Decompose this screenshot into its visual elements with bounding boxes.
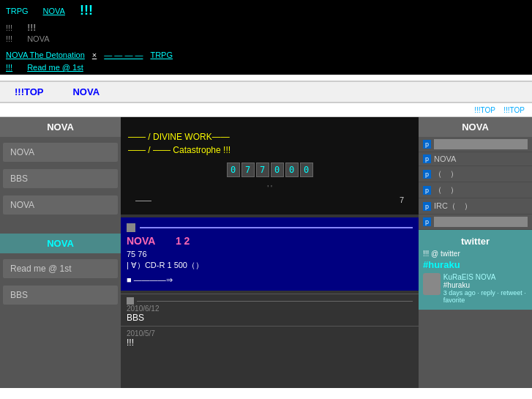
twitter-avatar bbox=[423, 273, 441, 295]
main-nav-bar: !!!TOP NOVA bbox=[0, 81, 532, 103]
banner-bottom-num: 7 bbox=[400, 195, 404, 204]
digit-5: 0 bbox=[300, 163, 313, 177]
post-item-0: 2010/6/12 BBS bbox=[121, 294, 419, 326]
small-nav: !!!TOP !!!TOP bbox=[0, 103, 532, 117]
right-tag-3: p bbox=[423, 186, 431, 195]
right-label-2: （ ） bbox=[434, 168, 458, 179]
right-item-1: p NOVA bbox=[419, 152, 532, 166]
right-item-2: p （ ） bbox=[419, 166, 532, 182]
blue-box-text: | ∀）CD-R 1 500（） bbox=[127, 260, 413, 271]
big-exclaim-display: !!! bbox=[27, 23, 36, 33]
digit-1: 7 bbox=[241, 163, 255, 177]
blue-box-nums: 75 76 bbox=[127, 250, 413, 258]
blue-box-arrow: ■ ————⇒ bbox=[127, 275, 413, 285]
right-textbox-5 bbox=[434, 217, 528, 227]
right-item-4: p IRC（ ） bbox=[419, 198, 532, 215]
right-label-4[interactable]: IRC（ ） bbox=[434, 201, 472, 212]
white-separator bbox=[0, 75, 532, 81]
twitter-hashtag[interactable]: #huraku bbox=[423, 259, 528, 270]
twitter-tweet: #huraku bbox=[443, 281, 528, 289]
post-date-1: 2010/5/7 bbox=[127, 329, 413, 338]
right-item-0: p bbox=[419, 137, 532, 152]
post-date-0: 2010/6/12 bbox=[127, 305, 413, 313]
right-tag-2: p bbox=[423, 170, 431, 179]
right-sidebar: NOVA p p NOVA p （ ） p （ ） p IRC（ ） p twi… bbox=[419, 117, 532, 388]
nova-nav-link[interactable]: NOVA bbox=[72, 86, 100, 97]
right-item-3: p （ ） bbox=[419, 182, 532, 198]
top-nav-link[interactable]: !!!TOP bbox=[15, 86, 43, 97]
right-tag-5: p bbox=[423, 217, 431, 226]
center-content: —— / DIVINE WORK—— —— / —— Catastrophe !… bbox=[121, 117, 419, 388]
row2-exclaim: !!! bbox=[6, 34, 12, 43]
right-item-5: p bbox=[419, 215, 532, 230]
trpg-nav-link[interactable]: TRPG bbox=[150, 51, 173, 59]
twitter-post: KuRaEIS NOVA #huraku 3 days ago · reply … bbox=[423, 270, 528, 307]
counter-suffix: ' ' bbox=[128, 184, 411, 193]
cross-sep: × bbox=[92, 51, 97, 59]
nav-links-bar: NOVA The Detonation × — — — — TRPG bbox=[0, 48, 532, 62]
banner-line1: —— / DIVINE WORK—— bbox=[128, 132, 411, 142]
banner-line2: —— / —— Catastrophe !!! bbox=[128, 145, 411, 155]
small-top-link1[interactable]: !!!TOP bbox=[474, 106, 495, 114]
post-title-1[interactable]: !!! bbox=[127, 338, 413, 348]
sidebar-item-nova2[interactable]: NOVA bbox=[3, 195, 118, 215]
trpg-label: TRPG bbox=[6, 7, 29, 15]
small-top-link2[interactable]: !!!TOP bbox=[503, 106, 525, 114]
twitter-section: twitter !!! @ twitter #huraku KuRaEIS NO… bbox=[419, 230, 532, 310]
sidebar-item-nova[interactable]: NOVA bbox=[3, 143, 118, 162]
sidebar-item-bbs2[interactable]: BBS bbox=[3, 286, 118, 305]
sidebar-item-bbs[interactable]: BBS bbox=[3, 169, 118, 188]
right-label-1[interactable]: NOVA bbox=[434, 154, 456, 163]
digit-4: 0 bbox=[285, 163, 299, 177]
nova-detonation-link[interactable]: NOVA The Detonation bbox=[6, 51, 85, 59]
digit-2: 7 bbox=[256, 163, 269, 177]
banner-bottom-text: —— bbox=[135, 195, 151, 204]
right-sidebar-header: NOVA bbox=[419, 117, 532, 137]
right-label-3: （ ） bbox=[434, 184, 458, 195]
main-layout: NOVA NOVA BBS NOVA NOVA Read me @ 1st BB… bbox=[0, 117, 532, 388]
blue-box-square bbox=[127, 223, 135, 232]
right-tag-1: p bbox=[423, 154, 431, 163]
blue-box-line bbox=[140, 227, 413, 228]
twitter-username[interactable]: KuRaEIS NOVA bbox=[443, 273, 528, 281]
left-sidebar-header: NOVA bbox=[0, 117, 121, 137]
twitter-at: !!! @ twitter bbox=[423, 250, 528, 258]
nova-top-label[interactable]: NOVA bbox=[43, 7, 65, 15]
exclaim-label: !!! bbox=[6, 23, 12, 32]
blue-box-title: NOVA 1 2 bbox=[127, 235, 413, 248]
right-tag-0: p bbox=[423, 140, 431, 149]
twitter-meta: 3 days ago · reply · retweet · favorite bbox=[443, 289, 528, 304]
left-sidebar: NOVA NOVA BBS NOVA NOVA Read me @ 1st BB… bbox=[0, 117, 121, 388]
banner-area: —— / DIVINE WORK—— —— / —— Catastrophe !… bbox=[121, 117, 419, 215]
right-tag-4: p bbox=[423, 202, 431, 211]
digit-0: 0 bbox=[227, 163, 240, 177]
twitter-post-body: KuRaEIS NOVA #huraku 3 days ago · reply … bbox=[443, 273, 528, 304]
blue-box: NOVA 1 2 75 76 | ∀）CD-R 1 500（） ■ ————⇒ bbox=[121, 217, 419, 291]
sidebar-item-readMe[interactable]: Read me @ 1st bbox=[3, 259, 118, 278]
post-square-0 bbox=[127, 297, 134, 305]
twitter-title: twitter bbox=[423, 233, 528, 250]
top-header: TRPG NOVA !!! bbox=[0, 0, 532, 21]
counter-box: 0 7 7 0 0 0 bbox=[227, 163, 313, 177]
digit-3: 0 bbox=[271, 163, 284, 177]
exclaim-top: !!! bbox=[80, 3, 93, 18]
counter-area: 0 7 7 0 0 0 bbox=[128, 163, 411, 177]
dashes-label: — — — — bbox=[104, 51, 143, 59]
read-me-link[interactable]: Read me @ 1st bbox=[27, 63, 83, 72]
post-title-0[interactable]: BBS bbox=[127, 313, 413, 323]
exclaim-nav[interactable]: !!! bbox=[6, 63, 12, 72]
post-item-1: 2010/5/7 !!! bbox=[121, 326, 419, 351]
left-sidebar-bottom-header: NOVA bbox=[0, 234, 121, 253]
right-textbox-0 bbox=[434, 139, 528, 149]
row2-nova: NOVA bbox=[27, 34, 49, 43]
posts-area: 2010/6/12 BBS 2010/5/7 !!! bbox=[121, 294, 419, 351]
